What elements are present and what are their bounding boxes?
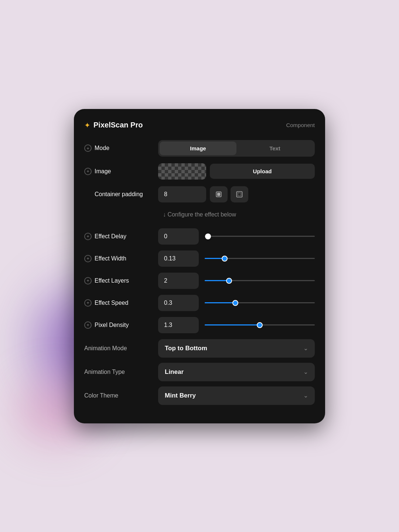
effect-layers-label-group: + Effect Layers xyxy=(84,277,158,284)
pixel-density-label-group: + Pixel Density xyxy=(84,321,158,329)
animation-mode-label: Animation Mode xyxy=(84,345,158,352)
padding-input[interactable] xyxy=(158,186,206,202)
padding-section xyxy=(158,186,315,202)
effect-delay-expand-icon[interactable]: + xyxy=(84,233,92,240)
animation-mode-dropdown[interactable]: Top to Bottom ⌄ xyxy=(158,339,315,358)
mode-row: + Mode Image Text xyxy=(84,140,315,157)
mode-toggle: Image Text xyxy=(158,140,315,157)
slider-row-pixel-density: + Pixel Density 1.3 xyxy=(84,317,315,333)
effect-layers-value: 2 xyxy=(158,273,199,289)
padding-icon-group xyxy=(210,186,248,202)
color-theme-chevron-icon: ⌄ xyxy=(303,392,308,399)
image-section: Upload xyxy=(158,163,315,180)
image-row: + Image Upload xyxy=(84,163,315,180)
image-label: Image xyxy=(95,168,111,175)
svg-rect-2 xyxy=(237,191,242,197)
svg-rect-3 xyxy=(238,192,241,195)
effect-layers-fill xyxy=(205,280,229,281)
effect-layers-expand-icon[interactable]: + xyxy=(84,277,92,284)
effect-width-label: Effect Width xyxy=(95,255,126,262)
effect-speed-label: Effect Speed xyxy=(95,300,128,306)
color-theme-value: Mint Berry xyxy=(165,392,196,399)
color-theme-label: Color Theme xyxy=(84,392,158,399)
selects-container: Animation Mode Top to Bottom ⌄ Animation… xyxy=(84,339,315,405)
logo: ✦ PixelScan Pro xyxy=(84,121,143,130)
select-row-animation-mode: Animation Mode Top to Bottom ⌄ xyxy=(84,339,315,358)
effect-width-thumb[interactable] xyxy=(222,256,228,262)
sliders-container: + Effect Delay 0 + Effect Width 0.13 + E… xyxy=(84,228,315,333)
animation-mode-chevron-icon: ⌄ xyxy=(303,345,308,352)
effect-speed-fill xyxy=(205,302,235,303)
pixel-density-label: Pixel Density xyxy=(95,322,129,328)
effect-delay-label-group: + Effect Delay xyxy=(84,233,158,240)
upload-button[interactable]: Upload xyxy=(210,164,315,179)
pixel-density-slider[interactable] xyxy=(205,321,315,329)
pixel-density-fill xyxy=(205,324,260,325)
effect-delay-label: Effect Delay xyxy=(95,233,126,240)
padding-label: Container padding xyxy=(95,191,143,198)
slider-row-effect-speed: + Effect Speed 0.3 xyxy=(84,295,315,311)
mode-label: Mode xyxy=(95,145,109,151)
animation-type-chevron-icon: ⌄ xyxy=(303,368,308,375)
header: ✦ PixelScan Pro Component xyxy=(84,121,315,130)
effect-delay-track xyxy=(205,236,315,237)
animation-mode-value: Top to Bottom xyxy=(165,345,207,352)
image-expand-icon[interactable]: + xyxy=(84,168,92,175)
padding-square-outer-btn[interactable] xyxy=(231,186,248,202)
animation-type-label: Animation Type xyxy=(84,369,158,375)
effect-layers-slider[interactable] xyxy=(205,277,315,284)
effect-layers-thumb[interactable] xyxy=(226,278,232,284)
svg-rect-1 xyxy=(218,193,220,195)
effect-delay-thumb[interactable] xyxy=(205,233,211,239)
pixel-density-thumb[interactable] xyxy=(257,322,263,328)
pixel-density-value: 1.3 xyxy=(158,317,199,333)
mode-text-btn[interactable]: Text xyxy=(236,141,313,155)
padding-row: Container padding xyxy=(84,186,315,202)
effect-speed-value: 0.3 xyxy=(158,295,199,311)
logo-icon: ✦ xyxy=(84,121,91,130)
pixel-density-expand-icon[interactable]: + xyxy=(84,321,92,329)
component-label: Component xyxy=(286,122,315,128)
effect-speed-track xyxy=(205,302,315,303)
effect-speed-slider[interactable] xyxy=(205,299,315,307)
square-inner-icon xyxy=(215,191,222,198)
mode-expand-icon[interactable]: + xyxy=(84,144,92,152)
effect-speed-thumb[interactable] xyxy=(232,300,238,306)
slider-row-effect-width: + Effect Width 0.13 xyxy=(84,250,315,267)
padding-square-inner-btn[interactable] xyxy=(210,186,228,202)
image-label-group: + Image xyxy=(84,168,158,175)
slider-row-effect-layers: + Effect Layers 2 xyxy=(84,273,315,289)
select-row-animation-type: Animation Type Linear ⌄ xyxy=(84,363,315,381)
effect-layers-track xyxy=(205,280,315,281)
padding-label-group: Container padding xyxy=(84,191,158,198)
effect-delay-slider[interactable] xyxy=(205,233,315,240)
effect-width-expand-icon[interactable]: + xyxy=(84,255,92,262)
square-outer-icon xyxy=(236,191,243,198)
effect-speed-label-group: + Effect Speed xyxy=(84,299,158,307)
select-row-color-theme: Color Theme Mint Berry ⌄ xyxy=(84,386,315,405)
effect-width-value: 0.13 xyxy=(158,250,199,267)
image-preview xyxy=(158,163,206,180)
effect-width-label-group: + Effect Width xyxy=(84,255,158,262)
effect-width-slider[interactable] xyxy=(205,255,315,262)
effect-delay-value: 0 xyxy=(158,228,199,245)
app-title: PixelScan Pro xyxy=(93,121,143,129)
configure-hint: ↓ Configure the effect below xyxy=(84,211,315,218)
animation-type-dropdown[interactable]: Linear ⌄ xyxy=(158,363,315,381)
mode-image-btn[interactable]: Image xyxy=(160,141,236,155)
slider-row-effect-delay: + Effect Delay 0 xyxy=(84,228,315,245)
effect-speed-expand-icon[interactable]: + xyxy=(84,299,92,307)
main-panel: ✦ PixelScan Pro Component + Mode Image T… xyxy=(74,109,325,423)
mode-label-group: + Mode xyxy=(84,144,158,152)
animation-type-value: Linear xyxy=(165,368,184,376)
color-theme-dropdown[interactable]: Mint Berry ⌄ xyxy=(158,386,315,405)
effect-layers-label: Effect Layers xyxy=(95,277,129,284)
